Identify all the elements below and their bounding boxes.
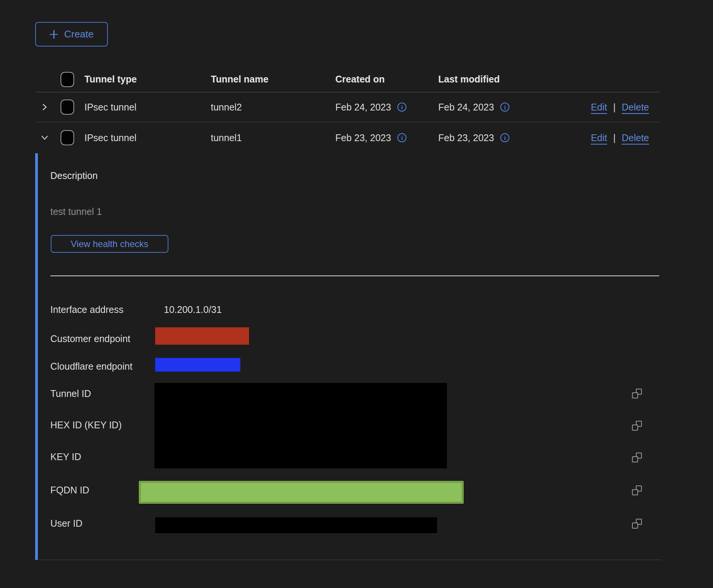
view-health-checks-label: View health checks: [71, 239, 148, 249]
key-id-label: KEY ID: [50, 451, 81, 462]
tunnels-table: Tunnel type Tunnel name Created on Last …: [35, 67, 660, 153]
table-header-row: Tunnel type Tunnel name Created on Last …: [35, 67, 660, 92]
header-last-modified: Last modified: [438, 74, 541, 85]
table-row: IPsec tunnel tunnel2 Feb 24, 2023 Feb 24…: [35, 92, 660, 122]
actions-separator: |: [613, 132, 616, 143]
info-icon[interactable]: [397, 133, 406, 142]
copy-fqdn-id-button[interactable]: [632, 485, 643, 496]
tunnel-id-label: Tunnel ID: [50, 388, 91, 399]
info-icon[interactable]: [397, 103, 406, 112]
header-created-on: Created on: [335, 74, 438, 85]
create-button[interactable]: Create: [35, 22, 108, 47]
tunnel-type-cell: IPsec tunnel: [84, 132, 211, 143]
cloudflare-endpoint-redacted-value: [155, 358, 240, 372]
interface-address-value: 10.200.1.0/31: [164, 304, 222, 315]
row-checkbox[interactable]: [61, 100, 74, 115]
edit-link[interactable]: Edit: [591, 132, 607, 143]
copy-icon: [632, 485, 642, 495]
section-divider: [50, 275, 659, 276]
copy-hex-id-button[interactable]: [632, 420, 643, 431]
fqdn-id-redacted-value: [139, 481, 463, 503]
actions-separator: |: [613, 102, 616, 113]
chevron-down-icon[interactable]: [35, 134, 54, 142]
copy-icon: [632, 421, 642, 431]
edit-link[interactable]: Edit: [591, 102, 607, 113]
delete-link[interactable]: Delete: [622, 102, 649, 113]
customer-endpoint-redacted-value: [155, 327, 249, 345]
tunnel-name-cell: tunnel1: [211, 132, 335, 143]
copy-icon: [632, 389, 642, 398]
description-value: test tunnel 1: [50, 206, 102, 217]
info-icon[interactable]: [500, 133, 509, 142]
interface-address-label: Interface address: [50, 304, 123, 315]
tunnel-details-panel: Description test tunnel 1 View health ch…: [35, 153, 662, 560]
copy-tunnel-id-button[interactable]: [632, 388, 643, 399]
view-health-checks-button[interactable]: View health checks: [51, 235, 168, 253]
last-modified-cell: Feb 23, 2023: [438, 132, 494, 143]
customer-endpoint-label: Customer endpoint: [50, 333, 130, 344]
copy-key-id-button[interactable]: [632, 452, 643, 463]
created-on-cell: Feb 23, 2023: [335, 132, 391, 143]
user-id-redacted-value: [155, 517, 437, 533]
fqdn-id-label: FQDN ID: [50, 484, 89, 496]
hex-id-label: HEX ID (KEY ID): [50, 419, 121, 431]
description-label: Description: [50, 170, 98, 181]
last-modified-cell: Feb 24, 2023: [438, 102, 494, 113]
tunnel-name-cell: tunnel2: [211, 102, 335, 113]
info-icon[interactable]: [500, 103, 509, 112]
cloudflare-endpoint-label: Cloudflare endpoint: [50, 361, 132, 372]
select-all-checkbox[interactable]: [61, 72, 74, 87]
table-row-expanded: IPsec tunnel tunnel1 Feb 23, 2023 Feb 23…: [35, 122, 660, 153]
ids-redacted-values: [154, 383, 447, 468]
header-tunnel-type: Tunnel type: [84, 74, 211, 85]
user-id-label: User ID: [50, 518, 83, 529]
plus-icon: [49, 30, 58, 39]
header-tunnel-name: Tunnel name: [211, 74, 335, 85]
copy-icon: [632, 519, 642, 529]
create-button-label: Create: [64, 28, 93, 40]
delete-link[interactable]: Delete: [622, 132, 649, 143]
tunnel-type-cell: IPsec tunnel: [84, 102, 211, 113]
chevron-right-icon[interactable]: [35, 103, 54, 111]
copy-icon: [632, 453, 642, 462]
copy-user-id-button[interactable]: [632, 518, 643, 529]
tunnels-page: Create Tunnel type Tunnel name Created o…: [0, 0, 713, 588]
created-on-cell: Feb 24, 2023: [335, 102, 391, 113]
row-checkbox[interactable]: [61, 130, 74, 145]
